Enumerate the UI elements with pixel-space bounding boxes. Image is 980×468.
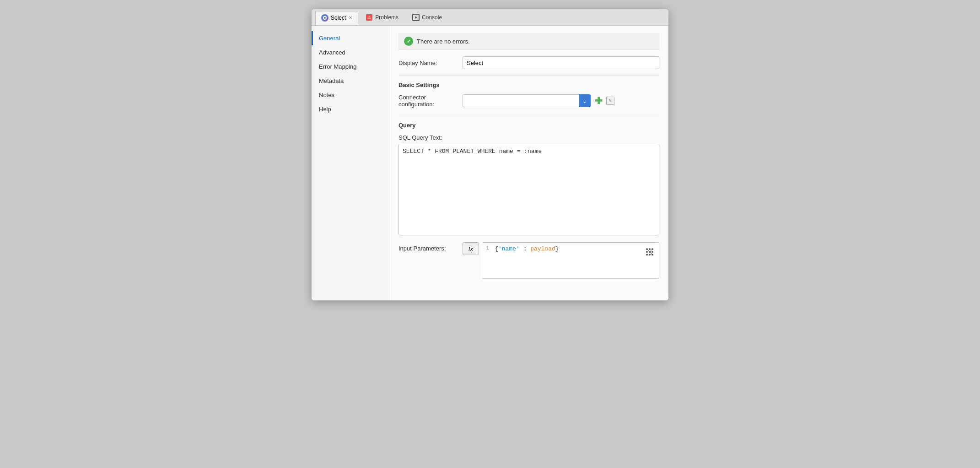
- connector-select[interactable]: [463, 94, 591, 107]
- add-connector-button[interactable]: ✚: [592, 95, 604, 107]
- payload-var: payload: [530, 245, 555, 252]
- status-ok-icon: [404, 37, 413, 46]
- status-text: There are no errors.: [417, 38, 470, 45]
- content-area: There are no errors. Display Name: Basic…: [389, 26, 668, 300]
- sidebar-item-advanced-label: Advanced: [319, 49, 345, 56]
- sidebar-item-error-mapping[interactable]: Error Mapping: [312, 60, 389, 74]
- edit-connector-icon: ✎: [606, 97, 614, 105]
- open-brace: {: [495, 245, 498, 252]
- sidebar-item-metadata[interactable]: Metadata: [312, 74, 389, 88]
- name-string: 'name': [498, 245, 520, 252]
- svg-point-5: [652, 251, 653, 253]
- basic-settings-heading: Basic Settings: [398, 82, 659, 88]
- select-tab-icon: [321, 14, 328, 22]
- sidebar-item-metadata-label: Metadata: [319, 77, 344, 84]
- display-name-input[interactable]: [463, 56, 659, 69]
- map-icon: [645, 247, 654, 256]
- select-tab-close[interactable]: ✕: [349, 15, 352, 20]
- line-number-1: 1: [486, 245, 489, 252]
- connector-select-wrap: [463, 94, 591, 107]
- input-params-row: Input Parameters: fx 1 {'name' : payload…: [398, 242, 659, 279]
- sidebar-item-help[interactable]: Help: [312, 102, 389, 116]
- svg-point-1: [649, 248, 651, 250]
- console-tab-label: Console: [422, 14, 442, 21]
- display-name-row: Display Name:: [398, 56, 659, 69]
- sidebar: General Advanced Error Mapping Metadata …: [312, 26, 389, 300]
- add-connector-icon: ✚: [595, 95, 603, 106]
- query-section: Query SQL Query Text:: [398, 122, 659, 237]
- main-layout: General Advanced Error Mapping Metadata …: [312, 26, 668, 300]
- sidebar-item-general[interactable]: General: [312, 31, 389, 45]
- status-bar: There are no errors.: [398, 33, 659, 50]
- code-content: {'name' : payload}: [495, 245, 655, 252]
- connector-row: Connector configuration: ✚ ✎: [398, 94, 659, 108]
- map-button[interactable]: [643, 245, 656, 258]
- params-editor-wrap: 1 {'name' : payload}: [482, 242, 659, 279]
- connector-label: Connector configuration:: [398, 94, 463, 108]
- sql-query-label: SQL Query Text:: [398, 134, 659, 141]
- input-params-label: Input Parameters:: [398, 242, 463, 252]
- tab-problems[interactable]: Problems: [359, 11, 405, 24]
- display-name-label: Display Name:: [398, 60, 463, 66]
- tab-bar: Select ✕ Problems Console: [312, 9, 668, 26]
- sql-query-editor[interactable]: [398, 144, 659, 235]
- sidebar-item-notes-label: Notes: [319, 92, 334, 98]
- sidebar-item-notes[interactable]: Notes: [312, 88, 389, 102]
- tab-select[interactable]: Select ✕: [315, 11, 358, 25]
- divider-1: [398, 76, 659, 76]
- sidebar-item-general-label: General: [319, 35, 340, 42]
- main-window: Select ✕ Problems Console General Advanc…: [312, 9, 668, 300]
- sidebar-item-advanced[interactable]: Advanced: [312, 45, 389, 60]
- problems-icon: [366, 14, 373, 21]
- svg-point-7: [649, 254, 651, 256]
- query-heading: Query: [398, 122, 659, 129]
- sidebar-item-help-label: Help: [319, 106, 331, 113]
- close-brace: }: [555, 245, 559, 252]
- svg-point-3: [646, 251, 648, 253]
- select-tab-label: Select: [331, 15, 346, 21]
- divider-2: [398, 116, 659, 116]
- fx-button[interactable]: fx: [463, 242, 479, 255]
- console-icon: [412, 14, 420, 21]
- edit-connector-button[interactable]: ✎: [604, 95, 616, 107]
- fx-label: fx: [468, 245, 473, 252]
- problems-tab-label: Problems: [375, 14, 398, 21]
- params-editor: 1 {'name' : payload}: [482, 243, 659, 255]
- sidebar-item-error-mapping-label: Error Mapping: [319, 63, 356, 70]
- colon-space: :: [520, 245, 530, 252]
- tab-console[interactable]: Console: [406, 11, 448, 24]
